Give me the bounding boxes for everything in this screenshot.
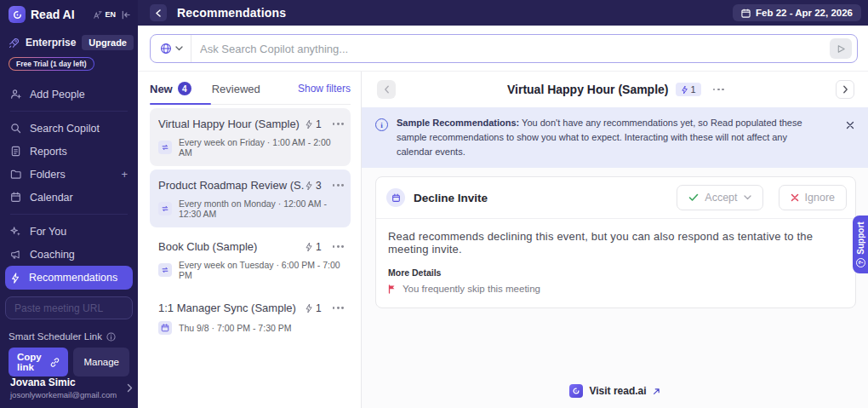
main-area: New 4 Reviewed Show filters Virtual Happ…: [138, 26, 868, 408]
read-ai-logo: [569, 384, 583, 398]
read-ai-app: Recommendations Feb 22 - Apr 22, 2026 Re…: [0, 0, 868, 408]
paste-meeting-url-input[interactable]: [5, 296, 133, 319]
sparkles-icon: [10, 226, 21, 237]
card-title: Decline Invite: [414, 192, 668, 204]
sidebar-nav: Add People Search Copilot Reports Folder: [0, 83, 138, 290]
close-icon[interactable]: [846, 121, 854, 129]
detail-header: Virtual Happy Hour (Sample) 1: [362, 72, 868, 107]
sidebar: Read AI EN Enterprise Upgrade Free Trial…: [0, 0, 138, 408]
item-menu-icon[interactable]: [333, 184, 344, 187]
ignore-button[interactable]: Ignore: [779, 185, 847, 210]
sidebar-item-folders[interactable]: Folders +: [0, 163, 138, 186]
recommendation-count: 1: [305, 241, 322, 253]
banner-lead: Sample Recommendations:: [397, 118, 519, 128]
copy-link-button[interactable]: Copy link: [9, 348, 68, 376]
smart-scheduler-label: Smart Scheduler Link: [9, 331, 129, 342]
item-menu-icon[interactable]: [333, 307, 344, 309]
sidebar-item-add-people[interactable]: Add People: [0, 83, 138, 106]
recommendation-count: 1: [305, 118, 322, 130]
recommendations-list-panel: New 4 Reviewed Show filters Virtual Happ…: [138, 72, 362, 408]
collapse-sidebar-icon[interactable]: [121, 10, 131, 20]
translate-icon[interactable]: [93, 10, 102, 20]
nav-divider: [10, 214, 128, 215]
date-range-button[interactable]: Feb 22 - Apr 22, 2026: [733, 4, 861, 21]
recommendation-reason: You frequently skip this meeting: [388, 284, 843, 294]
sidebar-item-recommendations[interactable]: Recommendations: [5, 266, 133, 290]
info-icon[interactable]: [106, 332, 116, 342]
user-account[interactable]: Jovana Simic josonlyworkemail@gmail.com: [10, 376, 133, 399]
add-folder-icon[interactable]: +: [121, 168, 128, 181]
manage-button[interactable]: Manage: [73, 348, 129, 376]
item-menu-icon[interactable]: [333, 123, 344, 125]
recurring-icon: [158, 141, 172, 154]
trial-badge: Free Trial (1 day left): [9, 57, 94, 71]
search-scope-dropdown[interactable]: [151, 35, 191, 62]
date-range-label: Feb 22 - Apr 22, 2026: [756, 8, 853, 18]
calendar-icon: [10, 192, 21, 203]
rocket-icon: [9, 37, 20, 49]
page-title: Recommendations: [177, 6, 286, 20]
tab-reviewed[interactable]: Reviewed: [212, 83, 260, 95]
previous-recommendation-button[interactable]: [377, 80, 396, 99]
recommendation-card: Decline Invite Accept: [375, 176, 856, 308]
check-icon: [688, 193, 699, 202]
detail-menu-icon[interactable]: [713, 89, 724, 91]
active-tab-indicator: [150, 103, 211, 105]
search-copilot-bar: [138, 26, 868, 72]
item-menu-icon[interactable]: [333, 245, 344, 248]
sidebar-item-search-copilot[interactable]: Search Copilot: [0, 117, 138, 140]
question-icon: [856, 258, 865, 267]
support-tab[interactable]: Support: [853, 215, 868, 273]
lightning-icon: [10, 273, 20, 284]
nav-divider: [10, 111, 128, 112]
upgrade-button[interactable]: Upgrade: [82, 35, 134, 50]
chevron-right-icon: [127, 383, 133, 393]
user-name: Jovana Simic: [10, 376, 117, 388]
plan-label: Enterprise: [26, 37, 76, 49]
search-copilot-input[interactable]: [191, 43, 830, 55]
event-icon: [386, 188, 405, 207]
flag-icon: [388, 284, 396, 294]
sidebar-item-calendar[interactable]: Calendar: [0, 186, 138, 209]
visit-read-ai-link[interactable]: Visit read.ai: [362, 384, 868, 398]
brand-name: Read AI: [31, 8, 75, 21]
info-icon: [375, 118, 388, 131]
detail-title: Virtual Happy Hour (Sample): [507, 83, 669, 96]
next-recommendation-button[interactable]: [836, 80, 854, 99]
back-button[interactable]: [150, 4, 167, 21]
list-item[interactable]: Product Roadmap Review (S... 3 Every mon…: [150, 170, 351, 227]
calendar-icon: [158, 321, 172, 335]
show-filters-link[interactable]: Show filters: [298, 83, 351, 95]
report-icon: [10, 146, 21, 157]
user-email: josonlyworkemail@gmail.com: [10, 390, 117, 399]
more-details-label: More Details: [388, 267, 843, 278]
recommendation-body: Read recommends declining this event, bu…: [388, 230, 843, 256]
globe-icon: [160, 43, 172, 55]
language-toggle[interactable]: EN: [105, 10, 116, 19]
external-link-icon: [653, 388, 660, 395]
recommendation-count: 1: [305, 302, 322, 314]
x-icon: [791, 193, 799, 202]
list-item[interactable]: Virtual Happy Hour (Sample) 1 Every week…: [150, 108, 351, 166]
link-icon: [50, 358, 60, 367]
recurring-icon: [158, 263, 172, 277]
read-ai-logo[interactable]: [9, 6, 26, 23]
megaphone-icon: [10, 249, 21, 260]
sidebar-item-coaching[interactable]: Coaching: [0, 243, 138, 266]
list-item[interactable]: Book Club (Sample) 1 Every week on Tuesd…: [150, 231, 351, 289]
recommendation-count: 3: [305, 180, 322, 192]
topbar: Recommendations Feb 22 - Apr 22, 2026: [138, 0, 868, 26]
chevron-down-icon[interactable]: [744, 195, 751, 200]
sidebar-item-reports[interactable]: Reports: [0, 140, 138, 163]
new-count-badge: 4: [178, 82, 191, 95]
sidebar-item-for-you[interactable]: For You: [0, 220, 138, 243]
recommendation-count-badge: 1: [676, 83, 701, 96]
send-button[interactable]: [830, 38, 852, 59]
list-item[interactable]: 1:1 Manager Sync (Sample) 1 Thu 9/8 · 7:…: [150, 292, 351, 343]
recommendation-detail-panel: Virtual Happy Hour (Sample) 1 Sam: [362, 72, 868, 408]
accept-button[interactable]: Accept: [677, 185, 762, 210]
calendar-icon: [741, 9, 751, 18]
search-icon: [10, 123, 21, 134]
folder-icon: [10, 169, 21, 180]
tab-new[interactable]: New 4: [150, 82, 191, 95]
